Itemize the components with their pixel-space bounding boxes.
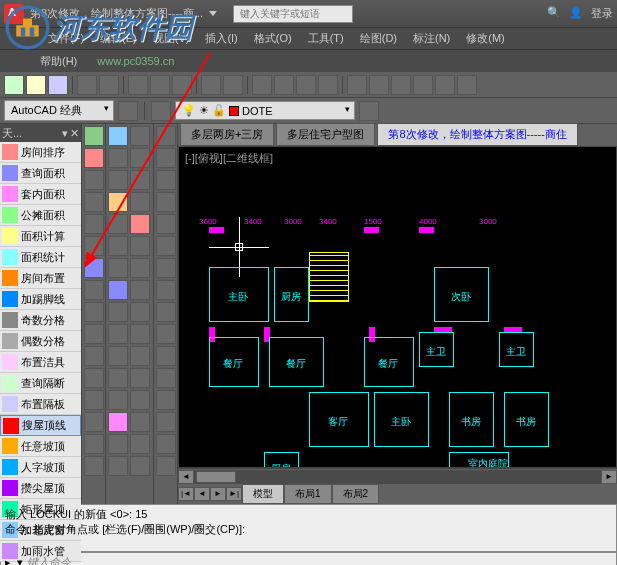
v2tool-n1[interactable] [108,412,128,432]
scrollbar-h[interactable]: ◄ ► [178,468,617,484]
v2tool-p1[interactable] [108,456,128,476]
viewport[interactable]: [-][俯视][二维线框] 主卧厨房次卧餐厅餐厅餐厅主卫主卫客厅主卧书房书房厨房… [178,146,617,468]
drawing-tab-3[interactable]: 第8次修改，绘制整体方案图-----商住 [377,123,577,146]
blkref-btn[interactable] [156,390,176,410]
v2tool-e2[interactable] [130,214,150,234]
menu-file[interactable]: 文件(F) [40,28,92,49]
tab-prev-btn[interactable]: ◄ [194,487,210,501]
vtool-9[interactable] [84,302,104,322]
v2tool-p2[interactable] [130,456,150,476]
v2tool-n2[interactable] [130,412,150,432]
palette-item-6[interactable]: 房间布置 [0,268,81,289]
palette-item-14[interactable]: 任意坡顶 [0,436,81,457]
palette-item-12[interactable]: 布置隔板 [0,394,81,415]
palette-item-11[interactable]: 查询隔断 [0,373,81,394]
drawing-tab-2[interactable]: 多层住宅户型图 [276,123,375,146]
undo-btn[interactable] [201,75,221,95]
v2tool-j2[interactable] [130,324,150,344]
spline-btn[interactable] [156,368,176,388]
design-center-btn[interactable] [369,75,389,95]
layer-states-btn[interactable] [359,101,379,121]
menu-format[interactable]: 格式(O) [246,28,300,49]
hatch-btn[interactable] [156,258,176,278]
print-btn[interactable] [77,75,97,95]
vtool-1[interactable] [84,126,104,146]
palette-item-13[interactable]: 搜屋顶线 [0,415,81,436]
palette-pin-icon[interactable]: ▾ [62,127,68,140]
vtool-14[interactable] [84,412,104,432]
viewport-label[interactable]: [-][俯视][二维线框] [185,151,273,166]
v2tool-d2[interactable] [130,192,150,212]
markup-btn[interactable] [435,75,455,95]
v2tool-k1[interactable] [108,346,128,366]
layer-combo[interactable]: 💡☀🔓DOTE [175,101,355,120]
vtool-5[interactable] [84,214,104,234]
palette-close-icon[interactable]: ✕ [70,127,79,140]
menu-help[interactable]: 帮助(H) [40,54,77,69]
polyline-btn[interactable] [156,148,176,168]
drawing-tab-1[interactable]: 多层两房+三房 [180,123,274,146]
palette-item-1[interactable]: 查询面积 [0,163,81,184]
tab-last-btn[interactable]: ►| [226,487,242,501]
palette-item-15[interactable]: 人字坡顶 [0,457,81,478]
palette-item-3[interactable]: 公摊面积 [0,205,81,226]
v2tool-b2[interactable] [130,148,150,168]
menu-modify[interactable]: 修改(M) [458,28,513,49]
sheet-set-btn[interactable] [413,75,433,95]
menu-view[interactable]: 视图(V) [145,28,198,49]
tool-palettes-btn[interactable] [391,75,411,95]
vtool-10[interactable] [84,324,104,344]
command-icon[interactable]: ▸_ [5,556,17,566]
region-btn[interactable] [156,346,176,366]
vtool-11[interactable] [84,346,104,366]
v2tool-o2[interactable] [130,434,150,454]
palette-item-2[interactable]: 套内面积 [0,184,81,205]
rect-btn[interactable] [156,214,176,234]
cut-btn[interactable] [128,75,148,95]
vtool-2[interactable] [84,148,104,168]
v2tool-m2[interactable] [130,390,150,410]
v2tool-l1[interactable] [108,368,128,388]
v2tool-j1[interactable] [108,324,128,344]
v2tool-i2[interactable] [130,302,150,322]
tab-first-btn[interactable]: |◄ [178,487,194,501]
palette-item-5[interactable]: 面积统计 [0,247,81,268]
preview-btn[interactable] [99,75,119,95]
v2tool-c1[interactable] [108,170,128,190]
scroll-right-btn[interactable]: ► [601,470,617,484]
new-btn[interactable] [4,75,24,95]
line-btn[interactable] [156,126,176,146]
zoom-prev-btn[interactable] [318,75,338,95]
copy-btn[interactable] [150,75,170,95]
vtool-4[interactable] [84,192,104,212]
redo-btn[interactable] [223,75,243,95]
point-btn[interactable] [156,324,176,344]
vtool-3[interactable] [84,170,104,190]
menu-draw[interactable]: 绘图(D) [352,28,405,49]
open-btn[interactable] [26,75,46,95]
v2tool-m1[interactable] [108,390,128,410]
palette-item-8[interactable]: 奇数分格 [0,310,81,331]
app-icon[interactable] [4,4,24,24]
v2tool-h2[interactable] [130,280,150,300]
v2tool-g1[interactable] [108,258,128,278]
palette-item-4[interactable]: 面积计算 [0,226,81,247]
user-icon[interactable]: 👤 [569,6,583,21]
v2tool-b1[interactable] [108,148,128,168]
v2tool-d1[interactable] [108,192,128,212]
v2tool-c2[interactable] [130,170,150,190]
layer-prop-btn[interactable] [151,101,171,121]
vtool-16[interactable] [84,456,104,476]
v2tool-h1[interactable] [108,280,128,300]
menu-insert[interactable]: 插入(I) [197,28,245,49]
login-link[interactable]: 登录 [591,6,613,21]
text-btn[interactable] [156,280,176,300]
menu-edit[interactable]: 编辑(E) [92,28,145,49]
table-btn[interactable] [156,302,176,322]
pan-btn[interactable] [252,75,272,95]
v2tool-k2[interactable] [130,346,150,366]
menu-tools[interactable]: 工具(T) [300,28,352,49]
properties-btn[interactable] [347,75,367,95]
scroll-left-btn[interactable]: ◄ [178,470,194,484]
v2tool-l2[interactable] [130,368,150,388]
